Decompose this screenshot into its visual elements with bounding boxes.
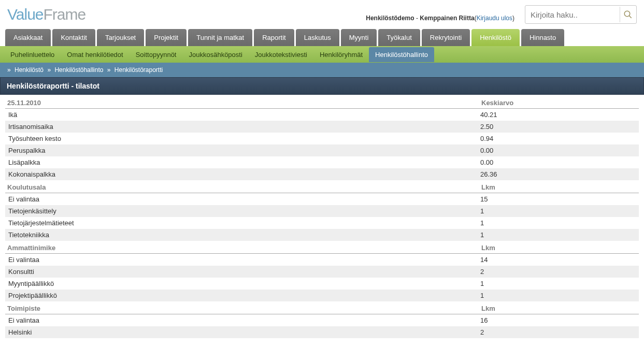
row-value: 26.36 bbox=[480, 170, 636, 178]
group-header-right: Lkm bbox=[481, 305, 637, 312]
table-row: Tietotekniikka1 bbox=[5, 229, 639, 241]
row-label: Projektipäällikkö bbox=[8, 292, 480, 299]
tab-laskutus[interactable]: Laskutus bbox=[296, 29, 339, 46]
row-value: 1 bbox=[480, 280, 636, 287]
row-label: Ei valintaa bbox=[8, 195, 480, 203]
tab-myynti[interactable]: Myynti bbox=[341, 29, 377, 46]
row-label: Irtisanomisaika bbox=[8, 123, 480, 131]
row-label: Myyntipäällikkö bbox=[8, 280, 480, 287]
subtab-joukkotekstiviesti[interactable]: Joukkotekstiviesti bbox=[249, 47, 313, 62]
row-value: 1 bbox=[480, 231, 636, 239]
search-button[interactable] bbox=[620, 7, 635, 22]
table-row: Lisäpalkka0.00 bbox=[5, 156, 639, 168]
row-label: Lisäpalkka bbox=[8, 158, 480, 166]
row-label: Konsultti bbox=[8, 268, 480, 276]
table-row: Peruspalkka0.00 bbox=[5, 144, 639, 156]
main-tabs: AsiakkaatKontaktitTarjouksetProjektitTun… bbox=[0, 24, 644, 46]
row-value: 0.00 bbox=[480, 147, 636, 154]
row-label: Työsuhteen kesto bbox=[8, 135, 480, 142]
row-label: Tietojärjestelmätieteet bbox=[8, 219, 480, 227]
svg-point-0 bbox=[624, 11, 630, 17]
table-row: Tietojärjestelmätieteet1 bbox=[5, 217, 639, 229]
row-label: Peruspalkka bbox=[8, 147, 480, 154]
table-row: Ei valintaa14 bbox=[5, 254, 639, 266]
tab-hinnasto[interactable]: Hinnasto bbox=[521, 29, 564, 46]
search-input[interactable] bbox=[526, 7, 620, 22]
report-body: 25.11.2010KeskiarvoIkä40.21Irtisanomisai… bbox=[0, 95, 644, 347]
group-header-left: Toimipiste bbox=[7, 305, 481, 312]
breadcrumb-sep: » bbox=[7, 66, 12, 74]
group-header: 25.11.2010Keskiarvo bbox=[5, 96, 639, 109]
tab-projektit[interactable]: Projektit bbox=[146, 29, 187, 46]
row-value: 15 bbox=[480, 195, 636, 203]
row-value: 0.00 bbox=[480, 158, 636, 166]
sub-tabs: PuhelinluetteloOmat henkilötiedotSoittop… bbox=[0, 46, 644, 63]
table-row: Tietojenkäsittely1 bbox=[5, 205, 639, 217]
row-value: 14 bbox=[480, 256, 636, 264]
table-row: Irtisanomisaika2.50 bbox=[5, 121, 639, 133]
row-label: Ei valintaa bbox=[8, 256, 480, 264]
row-value: 40.21 bbox=[480, 111, 636, 119]
tab-tarjoukset[interactable]: Tarjoukset bbox=[97, 29, 144, 46]
row-value: 1 bbox=[480, 207, 636, 215]
user-info: Henkilöstödemo - Kemppainen Riitta(Kirja… bbox=[366, 15, 514, 22]
table-row: Ikä40.21 bbox=[5, 109, 639, 121]
tab-raportit[interactable]: Raportit bbox=[254, 29, 294, 46]
group-header: AmmattinimikeLkm bbox=[5, 241, 639, 254]
row-label: Kokonaispalkka bbox=[8, 170, 480, 178]
group-header: KoulutusalaLkm bbox=[5, 180, 639, 193]
logo-part1: Value bbox=[7, 6, 44, 23]
subtab-henkilöstöhallinto[interactable]: Henkilöstöhallinto bbox=[369, 47, 434, 62]
breadcrumb-sep: » bbox=[107, 66, 112, 74]
breadcrumb-sep: » bbox=[47, 66, 52, 74]
subtab-puhelinluettelo[interactable]: Puhelinluettelo bbox=[4, 47, 61, 62]
group-header-right: Lkm bbox=[481, 244, 637, 252]
row-value: 16 bbox=[480, 316, 636, 324]
row-label: Ei valintaa bbox=[8, 316, 480, 324]
row-label: Tietotekniikka bbox=[8, 231, 480, 239]
group-header: ToimipisteLkm bbox=[5, 301, 639, 314]
tab-työkalut[interactable]: Työkalut bbox=[378, 29, 420, 46]
row-value: 2 bbox=[480, 328, 636, 336]
row-value: 2 bbox=[480, 268, 636, 276]
table-row: Työsuhteen kesto0.94 bbox=[5, 133, 639, 144]
subtab-joukkosähköposti[interactable]: Joukkosähköposti bbox=[182, 47, 248, 62]
table-row: Myyntipäällikkö1 bbox=[5, 278, 639, 290]
group-header-left: 25.11.2010 bbox=[7, 99, 481, 107]
row-label: Tietojenkäsittely bbox=[8, 207, 480, 215]
row-value: 1 bbox=[480, 219, 636, 227]
tab-henkilöstö[interactable]: Henkilöstö bbox=[471, 29, 520, 46]
subtab-omathenkilötiedot[interactable]: Omat henkilötiedot bbox=[61, 47, 129, 62]
table-row: Ei valintaa15 bbox=[5, 193, 639, 205]
group-header-right: Lkm bbox=[481, 183, 637, 191]
logo-part2: Frame bbox=[44, 6, 86, 23]
row-value: 2.50 bbox=[480, 123, 636, 131]
user-name: Kemppainen Riitta bbox=[420, 15, 474, 22]
table-row: Helsinki2 bbox=[5, 326, 639, 338]
tab-kontaktit[interactable]: Kontaktit bbox=[52, 29, 95, 46]
table-row: Projektipäällikkö1 bbox=[5, 290, 639, 301]
row-label: Ikä bbox=[8, 111, 480, 119]
breadcrumb-item: Henkilöstöraportti bbox=[115, 66, 163, 74]
row-label: Helsinki bbox=[8, 328, 480, 336]
group-header-right: Keskiarvo bbox=[481, 99, 637, 107]
table-row: Kokonaispalkka26.36 bbox=[5, 168, 639, 180]
logo: ValueFrame bbox=[7, 6, 85, 23]
row-value: 0.94 bbox=[480, 135, 636, 142]
subtab-soittopyynnöt[interactable]: Soittopyynnöt bbox=[130, 47, 183, 62]
group-header-left: Koulutusala bbox=[7, 183, 481, 191]
tab-asiakkaat[interactable]: Asiakkaat bbox=[5, 29, 51, 46]
breadcrumb: » Henkilöstö » Henkilöstöhallinto » Henk… bbox=[0, 63, 644, 77]
svg-line-1 bbox=[629, 16, 632, 18]
subtab-henkilöryhmät[interactable]: Henkilöryhmät bbox=[313, 47, 369, 62]
system-name: Henkilöstödemo bbox=[366, 15, 414, 22]
tab-tunnitjamatkat[interactable]: Tunnit ja matkat bbox=[188, 29, 252, 46]
group-header-left: Ammattinimike bbox=[7, 244, 481, 252]
table-row: Ei valintaa16 bbox=[5, 314, 639, 326]
table-row: Konsultti2 bbox=[5, 266, 639, 278]
breadcrumb-item[interactable]: Henkilöstö bbox=[15, 66, 45, 74]
logout-link[interactable]: Kirjaudu ulos bbox=[477, 15, 512, 22]
search-icon bbox=[623, 10, 633, 19]
tab-rekrytointi[interactable]: Rekrytointi bbox=[422, 29, 470, 46]
breadcrumb-item[interactable]: Henkilöstöhallinto bbox=[54, 66, 105, 74]
